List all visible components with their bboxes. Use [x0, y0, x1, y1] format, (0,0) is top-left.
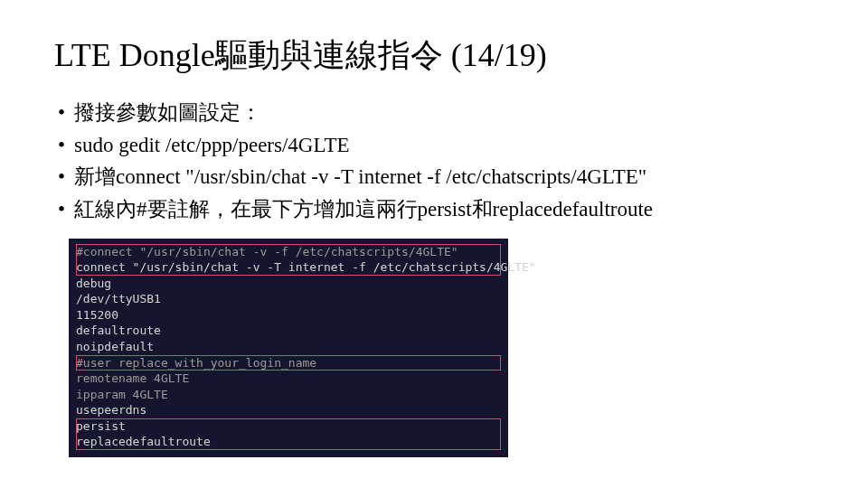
code-line: connect "/usr/sbin/chat -v -T internet -… [76, 259, 501, 276]
bullet-item: sudo gedit /etc/ppp/peers/4GLTE [54, 129, 814, 162]
red-outline-box: #user replace_with_your_login_name [76, 355, 501, 371]
code-line: debug [76, 276, 501, 292]
code-line: #user replace_with_your_login_name [76, 355, 501, 371]
bullet-item: 新增connect "/usr/sbin/chat -v -T internet… [54, 161, 814, 193]
code-line: #connect "/usr/sbin/chat -v -f /etc/chat… [76, 244, 501, 260]
terminal-screenshot: #connect "/usr/sbin/chat -v -f /etc/chat… [69, 239, 508, 457]
code-line: remotename 4GLTE [76, 371, 501, 387]
code-line: usepeerdns [76, 402, 501, 418]
red-outline-box: persist replacedefaultroute [76, 418, 501, 450]
slide-title: LTE Dongle驅動與連線指令 (14/19) [54, 36, 814, 75]
code-line: defaultroute [76, 323, 501, 339]
code-line: noipdefault [76, 339, 501, 355]
code-line: 115200 [76, 307, 501, 324]
code-line: ipparam 4GLTE [76, 387, 501, 403]
code-line: persist [76, 418, 501, 435]
code-line: /dev/ttyUSB1 [76, 291, 501, 307]
red-outline-box: #connect "/usr/sbin/chat -v -f /etc/chat… [76, 244, 501, 276]
slide: LTE Dongle驅動與連線指令 (14/19) 撥接參數如圖設定： sudo… [0, 0, 868, 475]
code-line: replacedefaultroute [76, 434, 501, 450]
bullet-item: 撥接參數如圖設定： [54, 97, 814, 129]
bullet-list: 撥接參數如圖設定： sudo gedit /etc/ppp/peers/4GLT… [54, 97, 814, 226]
bullet-item: 紅線內#要註解，在最下方增加這兩行persist和replacedefaultr… [54, 193, 814, 226]
